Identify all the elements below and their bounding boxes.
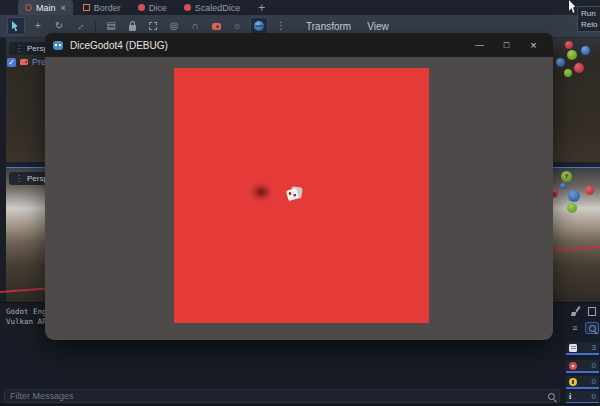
- godot-editor-window: Main × Border Dice ScaledDice + + ↻ ↔: [0, 0, 600, 406]
- search-icon: [589, 325, 596, 332]
- close-button[interactable]: ×: [526, 33, 541, 57]
- tab-dice[interactable]: Dice: [131, 0, 174, 15]
- axis-ball-red: [565, 41, 573, 49]
- camera-icon: [212, 23, 221, 30]
- axis-ball-green-y: Y: [561, 171, 572, 182]
- lock-button[interactable]: [124, 18, 140, 34]
- tooltip-line: Run: [581, 8, 600, 19]
- scale-icon: ↔: [73, 19, 87, 33]
- lock-icon: [129, 25, 136, 31]
- debug-window-titlebar[interactable]: DiceGodot4 (DEBUG) — □ ×: [45, 33, 553, 57]
- axis-ball-blue: [581, 46, 590, 55]
- scene-3d-icon: [184, 4, 191, 11]
- move-tool-button[interactable]: +: [30, 18, 46, 34]
- debug-window-title: DiceGodot4 (DEBUG): [70, 40, 472, 51]
- tab-scaleddice[interactable]: ScaledDice: [177, 0, 248, 15]
- warning-icon: [569, 378, 577, 386]
- tab-main[interactable]: Main ×: [18, 0, 73, 15]
- tab-label: ScaledDice: [195, 3, 241, 13]
- axis-ball-red: [574, 63, 584, 73]
- dice-shadow: [249, 182, 273, 202]
- transform-menu[interactable]: Transform: [306, 21, 351, 32]
- axis-ball-red: [585, 186, 594, 195]
- search-icon: [548, 393, 555, 400]
- view-menu[interactable]: View: [367, 21, 389, 32]
- search-output-button[interactable]: [585, 322, 599, 334]
- dice: [287, 186, 305, 204]
- axis-ball-green: [567, 50, 577, 60]
- close-tab-icon[interactable]: ×: [61, 3, 66, 13]
- scene-3d-icon: [25, 4, 32, 11]
- info-icon: i: [569, 392, 571, 401]
- rotate-tool-button[interactable]: ↻: [51, 18, 67, 34]
- game-viewport[interactable]: [174, 68, 429, 323]
- scale-tool-button[interactable]: ↔: [72, 18, 88, 34]
- debug-window-body: [45, 57, 553, 340]
- axis-ball-blue: [568, 190, 580, 202]
- snap-button[interactable]: ∩: [187, 18, 203, 34]
- run-tooltip: Run Relo: [577, 6, 600, 32]
- copy-output-button[interactable]: [585, 305, 599, 317]
- axis-ball-blue: [556, 58, 565, 67]
- tab-label: Main: [36, 3, 56, 13]
- broom-icon: [571, 306, 580, 316]
- rotate-icon: ↻: [55, 21, 63, 31]
- message-icon: [569, 344, 577, 352]
- godot-app-icon: [53, 41, 63, 50]
- preview-checkbox[interactable]: ✓: [7, 58, 16, 67]
- filter-messages-row: [4, 389, 560, 403]
- select-arrow-icon: [12, 21, 21, 32]
- errors-count: 0: [592, 361, 596, 370]
- drag-handle-icon: ⋮: [15, 44, 23, 53]
- move-icon: +: [35, 21, 41, 31]
- minimize-button[interactable]: —: [472, 33, 487, 57]
- collapse-messages-button[interactable]: ≡: [568, 322, 582, 334]
- scene-3d-icon: [138, 4, 145, 11]
- environment-sphere-icon: [254, 21, 264, 31]
- errors-filter-toggle[interactable]: × 0: [566, 360, 599, 373]
- selectable-list-button[interactable]: ▤: [103, 18, 119, 34]
- group-button[interactable]: [145, 18, 161, 34]
- add-scene-tab-button[interactable]: +: [250, 0, 273, 15]
- selectable-list-icon: ▤: [106, 21, 115, 31]
- collapse-icon: ≡: [572, 324, 577, 333]
- viewport-options-button[interactable]: ⋮: [273, 18, 289, 34]
- globe-icon: ◎: [170, 21, 179, 31]
- kebab-menu-icon: ⋮: [276, 21, 286, 31]
- info-count: 0: [592, 392, 596, 401]
- camera-icon: [20, 59, 28, 65]
- tooltip-line: Relo: [581, 19, 600, 30]
- drag-handle-icon: ⋮: [15, 174, 23, 183]
- ruler-button[interactable]: ◎: [166, 18, 182, 34]
- axis-label-y: Y: [561, 173, 572, 179]
- scene-border-icon: [83, 4, 90, 11]
- scene-tab-bar: Main × Border Dice ScaledDice +: [0, 0, 600, 15]
- viewport-menus: Transform View: [306, 21, 389, 32]
- maximize-button[interactable]: □: [499, 33, 514, 57]
- copy-icon: [588, 307, 596, 316]
- messages-filter-toggle[interactable]: 3: [566, 342, 599, 355]
- tab-label: Dice: [149, 3, 167, 13]
- messages-count: 3: [592, 343, 596, 352]
- error-icon: ×: [569, 362, 577, 370]
- debug-game-window: DiceGodot4 (DEBUG) — □ ×: [45, 33, 553, 340]
- axis-ball-green: [567, 203, 577, 213]
- warnings-count: 0: [592, 377, 596, 386]
- select-tool-button[interactable]: [7, 17, 25, 35]
- sun-icon: ☼: [232, 21, 241, 31]
- toolbar-separator: [95, 20, 96, 33]
- window-controls: — □ ×: [472, 33, 541, 57]
- warnings-filter-toggle[interactable]: 0: [566, 376, 599, 389]
- group-icon: [149, 22, 157, 30]
- axis-ball-blue: [560, 183, 566, 189]
- axis-ball-green: [564, 69, 572, 77]
- preview-sun-button[interactable]: ☼: [229, 18, 245, 34]
- tab-label: Border: [94, 3, 121, 13]
- filter-messages-input[interactable]: [5, 391, 548, 401]
- camera-preview-button[interactable]: [208, 18, 224, 34]
- snap-icon: ∩: [191, 21, 198, 31]
- clear-output-button[interactable]: [568, 305, 582, 317]
- tab-border[interactable]: Border: [76, 0, 128, 15]
